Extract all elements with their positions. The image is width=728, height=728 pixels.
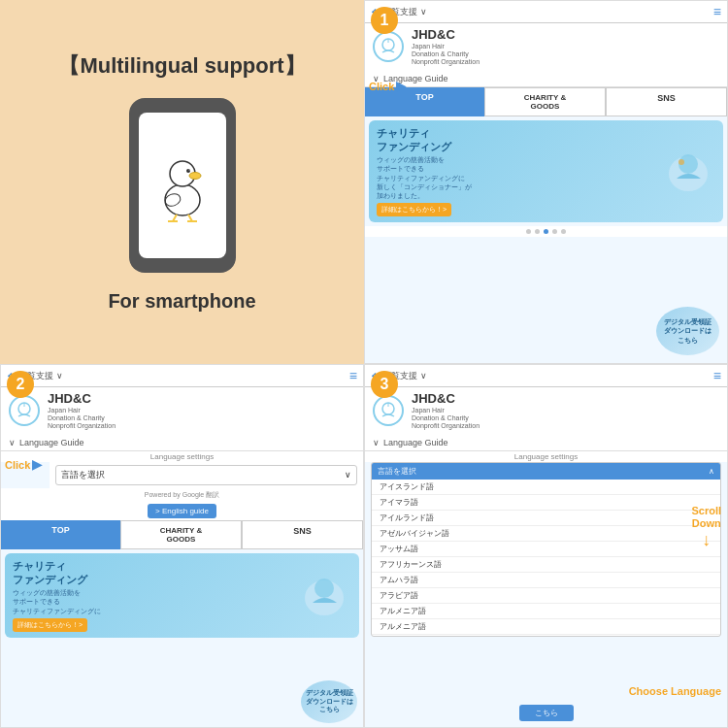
list-item[interactable]: アルメニア語 [372, 604, 720, 619]
top-bar-dropdown-1[interactable]: ∨ [420, 7, 427, 17]
lang-guide-row-3[interactable]: ∨ Language Guide [1, 435, 363, 451]
tab-top-3[interactable]: TOP [1, 520, 120, 549]
lang-select-arrow: ∨ [345, 470, 351, 480]
lang-select-box-3[interactable]: 言語を選択 ∨ [55, 465, 357, 485]
intro-title: 【Multilingual support】 [58, 51, 305, 81]
lang-select-row-3: 言語を選択 ∨ [50, 462, 363, 488]
english-guide-inner-3[interactable]: > English guide [148, 504, 216, 518]
charity-text-1: チャリティファンディング ウィッグの慈善活動をサポートできるチャリティファンディ… [377, 126, 658, 216]
click-text-1: Click [369, 81, 394, 92]
list-item[interactable]: アムハラ語 [372, 573, 720, 588]
charity-title-1: チャリティファンディング [377, 126, 658, 154]
charity-desc-1: ウィッグの慈善活動をサポートできるチャリティファンディングに新しく「コンディショ… [377, 155, 658, 199]
list-item[interactable]: アイスランド語 [372, 480, 720, 495]
choose-language-text: Choose Language [629, 685, 721, 697]
list-item[interactable]: アイマラ語 [372, 495, 720, 511]
charity-btn-1[interactable]: 詳細はこちらから！> [377, 203, 451, 216]
lang-list-arrow: ∧ [709, 467, 714, 476]
scroll-down-text: ScrollDown [691, 505, 721, 529]
logo-icon-3 [9, 395, 40, 426]
charity-illustration-1 [662, 145, 715, 198]
bottom-btn-4: こちら [519, 705, 574, 721]
top-bar-1: ❖ 閲覧支援 ∨ ≡ [365, 1, 727, 23]
logo-sub1-1: Japan Hair [412, 43, 480, 50]
dot-2 [535, 229, 540, 234]
lang-guide-row-1[interactable]: ∨ Language Guide [365, 71, 727, 87]
list-item[interactable]: アラビア語 [372, 588, 720, 604]
click-arrow-1: ▶ [396, 79, 406, 93]
logo-main-1: JHD&C [412, 27, 480, 43]
quadrant-intro: 【Multilingual support】 [0, 0, 364, 364]
choose-language-annotation: Choose Language [629, 684, 721, 698]
click-arrow-3: ▶ [32, 457, 42, 472]
list-item[interactable]: アフリカーンス語 [372, 557, 720, 573]
click-label-1: Click ▶ [369, 79, 406, 93]
logo-main-3: JHD&C [48, 391, 116, 407]
hamburger-icon-1[interactable]: ≡ [713, 4, 721, 19]
logo-sub1-3: Japan Hair [48, 407, 116, 414]
lang-select-placeholder: 言語を選択 [61, 469, 105, 481]
logo-text-4: JHD&C Japan Hair Donation & Charity Nonp… [412, 391, 480, 431]
tab-sns-1[interactable]: SNS [606, 87, 727, 116]
logo-sub3-3: Nonprofit Organization [48, 422, 116, 430]
list-item[interactable]: アルメニア語 [372, 619, 720, 635]
dot-3 [544, 229, 548, 234]
phone-screen [139, 113, 226, 258]
charity-text-3: チャリティファンディング ウィッグの慈善活動をサポートできるチャリティファンディ… [13, 559, 294, 632]
svg-point-2 [189, 173, 201, 180]
intro-subtitle: For smartphone [108, 290, 255, 313]
logo-text-1: JHD&C Japan Hair Donation & Charity Nonp… [412, 27, 480, 67]
top-bar-dropdown-3[interactable]: ∨ [56, 371, 63, 381]
scroll-down-arrow: ↓ [691, 531, 721, 551]
logo-sub1-4: Japan Hair [412, 407, 480, 414]
logo-sub2-4: Donation & Charity [412, 414, 480, 422]
svg-line-6 [173, 215, 177, 221]
lang-guide-row-4[interactable]: ∨ Language Guide [365, 435, 727, 451]
logo-row-4: JHD&C Japan Hair Donation & Charity Nonp… [365, 387, 727, 435]
click-label-3: Click ▶ [5, 457, 42, 472]
digital-download-1[interactable]: デジタル受領証ダウンロードはこちら [656, 307, 719, 355]
digital-download-3[interactable]: デジタル受領証ダウンロードはこちら [301, 680, 357, 723]
dots-row-1 [365, 226, 727, 237]
logo-sub2-3: Donation & Charity [48, 414, 116, 422]
nav-tabs-1: TOP CHARITY &GOODS SNS [365, 87, 727, 116]
top-bar-3: ❖ 閲覧支援 ∨ ≡ [1, 365, 363, 387]
svg-point-3 [186, 169, 190, 173]
logo-row-1: JHD&C Japan Hair Donation & Charity Nonp… [365, 23, 727, 71]
lang-guide-text-4: Language Guide [383, 438, 448, 447]
logo-icon-1 [373, 31, 404, 62]
charity-btn-3[interactable]: 詳細はこちらから！> [13, 618, 87, 632]
dot-4 [552, 229, 557, 234]
language-dropdown-4[interactable]: 言語を選択 ∧ アイスランド語アイマラ語アイルランド語アゼルバイジャン語アッサム… [371, 462, 721, 637]
dot-5 [561, 229, 566, 234]
charity-title-3: チャリティファンディング [13, 559, 294, 587]
list-item[interactable]: イタリア語 [372, 635, 720, 637]
hamburger-icon-3[interactable]: ≡ [349, 368, 357, 383]
list-item[interactable]: アゼルバイジャン語 [372, 526, 720, 542]
logo-text-3: JHD&C Japan Hair Donation & Charity Nonp… [48, 391, 116, 431]
logo-icon-4 [373, 395, 404, 426]
tab-charity-1[interactable]: CHARITY &GOODS [484, 87, 606, 116]
hamburger-icon-4[interactable]: ≡ [713, 368, 721, 383]
list-item[interactable]: アッサム語 [372, 542, 720, 557]
charity-banner-1: チャリティファンディング ウィッグの慈善活動をサポートできるチャリティファンディ… [369, 120, 723, 222]
svg-point-4 [188, 170, 189, 171]
lang-settings-4: Language settings [365, 451, 727, 462]
top-bar-4: ❖ 閲覧支援 ∨ ≡ [365, 365, 727, 387]
scroll-down-annotation: ScrollDown ↓ [691, 505, 721, 550]
powered-row-3: Powered by Google 翻訳 [1, 488, 363, 502]
lang-list-header-text: 言語を選択 [378, 466, 416, 477]
digital-btn-4[interactable]: こちら [519, 705, 574, 721]
tab-charity-3[interactable]: CHARITY &GOODS [120, 520, 242, 549]
tab-sns-3[interactable]: SNS [242, 520, 363, 549]
logo-svg-4 [377, 399, 400, 422]
step-badge-1: 1 [371, 7, 398, 34]
top-bar-dropdown-4[interactable]: ∨ [420, 371, 427, 381]
list-item[interactable]: アイルランド語 [372, 511, 720, 526]
logo-row-3: JHD&C Japan Hair Donation & Charity Nonp… [1, 387, 363, 435]
english-guide-btn-3: > English guide [1, 502, 363, 520]
dot-1 [526, 229, 531, 234]
quadrant-step2: 2 ❖ 閲覧支援 ∨ ≡ JHD&C Japan Hair Donation &… [0, 364, 364, 728]
logo-sub3-4: Nonprofit Organization [412, 422, 480, 430]
click-text-3: Click [5, 459, 30, 471]
